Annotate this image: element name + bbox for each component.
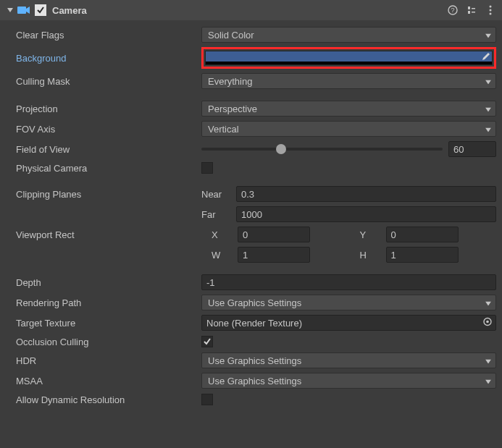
context-menu-icon[interactable]: [485, 4, 496, 16]
culling-mask-dropdown[interactable]: Everything: [201, 73, 496, 89]
svg-text:?: ?: [451, 7, 454, 14]
slider-thumb[interactable]: [276, 144, 286, 154]
chevron-down-icon: [485, 76, 491, 87]
component-enable-checkbox[interactable]: [35, 4, 46, 16]
projection-dropdown[interactable]: Perspective: [201, 101, 496, 117]
fov-axis-label: FOV Axis: [6, 124, 201, 135]
hdr-dropdown[interactable]: Use Graphics Settings: [201, 352, 496, 368]
svg-rect-3: [468, 7, 470, 9]
target-texture-field[interactable]: None (Render Texture): [201, 315, 496, 331]
clear-flags-value: Solid Color: [208, 30, 254, 41]
target-texture-label: Target Texture: [6, 318, 201, 329]
component-header: Camera ?: [0, 0, 502, 20]
far-label: Far: [201, 209, 230, 220]
depth-input[interactable]: -1: [201, 274, 496, 290]
rendering-path-value: Use Graphics Settings: [208, 297, 301, 308]
msaa-dropdown[interactable]: Use Graphics Settings: [201, 373, 496, 389]
x-label: X: [212, 229, 232, 240]
foldout-toggle[interactable]: [6, 6, 14, 14]
target-texture-value: None (Render Texture): [206, 318, 302, 329]
fov-axis-dropdown[interactable]: Vertical: [201, 121, 496, 137]
rendering-path-label: Rendering Path: [6, 297, 201, 308]
occlusion-culling-checkbox[interactable]: [201, 336, 213, 347]
svg-point-7: [490, 6, 492, 8]
slider-track: [201, 148, 443, 151]
component-body: Clear Flags Solid Color Background Culli…: [0, 20, 502, 413]
msaa-label: MSAA: [6, 376, 201, 386]
eyedropper-icon[interactable]: [480, 52, 490, 64]
physical-camera-label: Physical Camera: [6, 163, 201, 174]
object-picker-icon[interactable]: [482, 317, 493, 329]
svg-rect-6: [472, 12, 475, 13]
chevron-down-icon: [485, 297, 491, 308]
clear-flags-dropdown[interactable]: Solid Color: [201, 27, 496, 43]
clipping-planes-label: Clipping Planes: [6, 189, 201, 200]
h-label: H: [360, 250, 380, 261]
culling-mask-label: Culling Mask: [6, 76, 201, 87]
presets-icon[interactable]: [466, 4, 477, 16]
svg-point-11: [486, 321, 489, 324]
background-color-field[interactable]: [205, 51, 493, 65]
svg-rect-4: [468, 11, 470, 14]
occlusion-culling-label: Occlusion Culling: [6, 337, 201, 347]
chevron-down-icon: [485, 355, 491, 366]
near-input[interactable]: 0.3: [236, 186, 496, 202]
field-of-view-input[interactable]: 60: [448, 141, 496, 157]
chevron-down-icon: [485, 376, 491, 386]
msaa-value: Use Graphics Settings: [208, 376, 301, 386]
svg-rect-5: [472, 8, 475, 9]
background-label: Background: [6, 53, 201, 64]
viewport-h-input[interactable]: 1: [386, 247, 459, 263]
rendering-path-dropdown[interactable]: Use Graphics Settings: [201, 295, 496, 310]
projection-label: Projection: [6, 103, 201, 114]
y-label: Y: [360, 229, 380, 240]
allow-dynamic-resolution-checkbox[interactable]: [201, 394, 213, 405]
projection-value: Perspective: [208, 103, 257, 114]
background-highlight-box: [201, 47, 496, 69]
viewport-x-input[interactable]: 0: [238, 227, 310, 242]
field-of-view-label: Field of View: [6, 144, 201, 155]
viewport-y-input[interactable]: 0: [386, 227, 459, 242]
far-input[interactable]: 1000: [236, 206, 496, 222]
allow-dynamic-resolution-label: Allow Dynamic Resolution: [6, 394, 201, 405]
chevron-down-icon: [485, 30, 491, 41]
depth-label: Depth: [6, 277, 201, 288]
near-label: Near: [201, 189, 230, 200]
camera-icon: [17, 4, 30, 16]
component-title: Camera: [52, 5, 447, 16]
clear-flags-label: Clear Flags: [6, 30, 201, 41]
hdr-value: Use Graphics Settings: [208, 355, 301, 366]
chevron-down-icon: [485, 103, 491, 114]
svg-point-8: [490, 9, 492, 12]
chevron-down-icon: [485, 124, 491, 135]
alpha-indicator: [206, 62, 492, 64]
field-of-view-slider[interactable]: [201, 141, 443, 157]
viewport-w-input[interactable]: 1: [238, 247, 310, 263]
physical-camera-checkbox[interactable]: [201, 162, 213, 174]
help-icon[interactable]: ?: [447, 4, 459, 16]
hdr-label: HDR: [6, 355, 201, 366]
fov-axis-value: Vertical: [208, 124, 239, 135]
svg-point-9: [490, 13, 492, 15]
culling-mask-value: Everything: [208, 76, 252, 87]
w-label: W: [212, 250, 232, 261]
svg-rect-0: [17, 7, 26, 14]
viewport-rect-label: Viewport Rect: [6, 229, 201, 240]
